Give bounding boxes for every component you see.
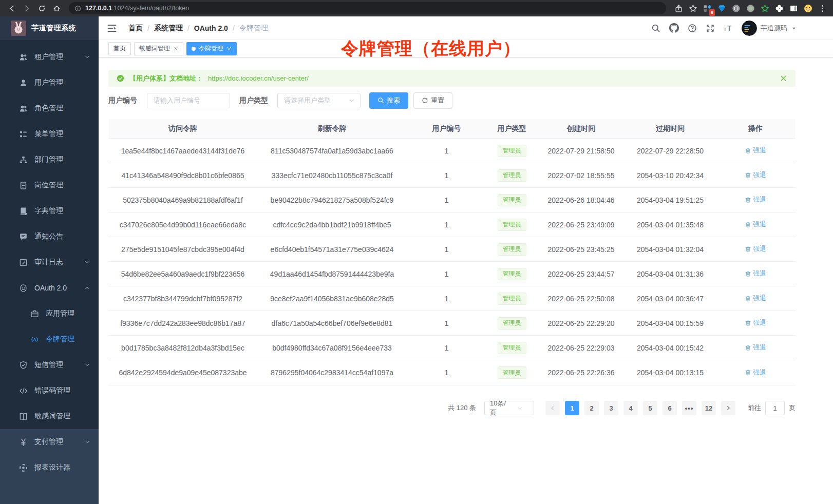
sidebar-item-通知公告[interactable]: 通知公告 [0,224,99,249]
created-at-cell: 2022-06-25 22:26:36 [537,369,625,377]
alert-close-icon[interactable] [780,74,787,82]
browser-reload-button[interactable] [35,2,49,15]
sidebar-item-应用管理[interactable]: 应用管理 [0,301,99,326]
user-icon [19,79,28,87]
force-logout-button[interactable]: 强退 [745,244,766,254]
app-logo[interactable]: 芋道管理系统 [0,16,99,40]
sidebar-item-label: 菜单管理 [34,129,90,139]
force-logout-button[interactable]: 强退 [745,318,766,327]
extension-grid-button[interactable]: 9 [702,3,713,14]
force-logout-button[interactable]: 强退 [745,170,766,180]
bookmark-button[interactable] [688,3,698,14]
browser-back-button[interactable] [5,2,19,15]
column-header: 用户类型 [486,124,537,133]
created-at-cell: 2022-06-25 23:45:25 [537,245,625,254]
fullscreen-icon[interactable] [706,24,715,33]
page-button-12[interactable]: 12 [702,401,716,415]
access-token-cell: 1ea5e44f8bc1467aaede43144f31de76 [108,147,257,155]
tab-敏感词管理[interactable]: 敏感词管理 [134,42,183,55]
force-logout-button[interactable]: 强退 [745,146,766,155]
force-logout-button[interactable]: 强退 [745,368,766,377]
created-at-cell: 2022-06-25 23:44:57 [537,270,625,278]
trash-icon [745,270,751,277]
browser-forward-button[interactable] [20,2,34,15]
sidebar-item-令牌管理[interactable]: A令牌管理 [0,326,99,352]
user-menu[interactable]: 芋道源码 [742,21,797,36]
page-ellipsis[interactable]: ••• [682,401,696,415]
refresh-token-cell: 49d1aa46d1454fbd87591444423be9fa [257,270,407,278]
sidebar-item-支付管理[interactable]: 支付管理 [0,429,99,455]
badge-icon [19,181,28,190]
next-page-button[interactable] [721,401,735,415]
header-search-icon[interactable] [651,24,660,33]
page-button-1[interactable]: 1 [565,401,579,415]
site-info-icon[interactable] [74,5,81,12]
reset-button[interactable]: 重置 [413,92,452,109]
help-icon[interactable] [688,24,697,33]
force-logout-button[interactable]: 强退 [745,343,766,352]
sidebar-item-错误码管理[interactable]: 错误码管理 [0,378,99,403]
chevron-down-icon [510,405,530,411]
green-star-extension-button[interactable] [760,3,770,14]
sidebar-item-岗位管理[interactable]: 岗位管理 [0,172,99,198]
sidebar-item-用户管理[interactable]: 用户管理 [0,70,99,95]
page-button-6[interactable]: 6 [662,401,677,415]
sidebar-toggle-button[interactable] [107,23,117,33]
force-logout-button[interactable]: 强退 [745,269,766,278]
gray-circle-extension-button[interactable] [731,3,742,14]
action-cell: 强退 [715,318,796,328]
sidebar-item-敏感词管理[interactable]: 敏感词管理 [0,403,99,429]
gem-extension-button[interactable] [716,3,727,14]
active-tab-dot [192,47,196,51]
breadcrumb-item[interactable]: OAuth 2.0 [194,24,228,32]
dot-circle-extension-button[interactable] [745,3,756,14]
sidebar-item-字典管理[interactable]: 字典管理 [0,198,99,224]
breadcrumb-item[interactable]: 首页 [128,24,143,33]
user-type-tag: 管理员 [498,342,526,354]
dictionary-icon [19,207,28,216]
page-button-4[interactable]: 4 [623,401,638,415]
page-size-select[interactable]: 10条/页 [484,401,534,415]
sidebar-item-租户管理[interactable]: 租户管理 [0,44,99,70]
refresh-token-cell: e6cfd40eb1f54571a31e775e039c4624 [257,245,407,254]
user-type-cell: 管理员 [486,219,537,231]
tab-close-icon[interactable] [226,46,232,51]
tab-close-icon[interactable] [173,46,178,51]
sidebar-item-短信管理[interactable]: 短信管理 [0,352,99,378]
force-logout-button[interactable]: 强退 [745,220,766,229]
font-size-icon[interactable]: TT [724,24,733,33]
force-logout-button[interactable]: 强退 [745,195,766,204]
browser-home-button[interactable] [50,2,64,15]
user-id-cell: 1 [407,221,486,229]
force-logout-button[interactable]: 强退 [745,294,766,303]
doc-link[interactable]: https://doc.iocoder.cn/user-center/ [208,74,309,82]
sidebar-item-角色管理[interactable]: 角色管理 [0,95,99,121]
prev-page-button[interactable] [545,401,560,415]
emoji-extension-button[interactable] [803,3,813,14]
goto-page-input[interactable] [765,401,785,415]
sidebar-item-部门管理[interactable]: 部门管理 [0,147,99,172]
sidebar-item-OAuth 2.0[interactable]: OAuth 2.0 [0,275,99,301]
reload-icon [38,5,46,12]
sidebar-item-label: 通知公告 [34,232,90,241]
refresh-token-cell: be90422b8c7946218275a508bf524fc9 [257,196,407,204]
breadcrumb-item[interactable]: 系统管理 [154,24,183,33]
github-icon[interactable] [669,23,679,33]
sidebar-item-审计日志[interactable]: 审计日志 [0,249,99,275]
sidebar-item-菜单管理[interactable]: 菜单管理 [0,121,99,147]
browser-menu-button[interactable] [817,3,828,14]
pinwheel-extension-button[interactable] [774,3,785,14]
page-button-2[interactable]: 2 [584,401,599,415]
sidebar-item-报表设计器[interactable]: 报表设计器 [0,455,99,480]
page-button-5[interactable]: 5 [643,401,657,415]
tab-令牌管理[interactable]: 令牌管理 [186,42,237,55]
splitview-extension-button[interactable] [788,3,799,14]
tab-首页[interactable]: 首页 [108,42,131,55]
search-button[interactable]: 搜索 [369,92,408,109]
share-button[interactable] [673,3,684,14]
user-type-select[interactable]: 请选择用户类型 [277,93,361,108]
refresh-token-cell: 333ecfc71e02480cb11055c875c3ca0f [257,171,407,180]
user-id-input[interactable] [147,93,230,108]
page-button-3[interactable]: 3 [604,401,618,415]
address-bar[interactable]: 127.0.0.1:1024/system/oauth2/token [69,2,666,14]
